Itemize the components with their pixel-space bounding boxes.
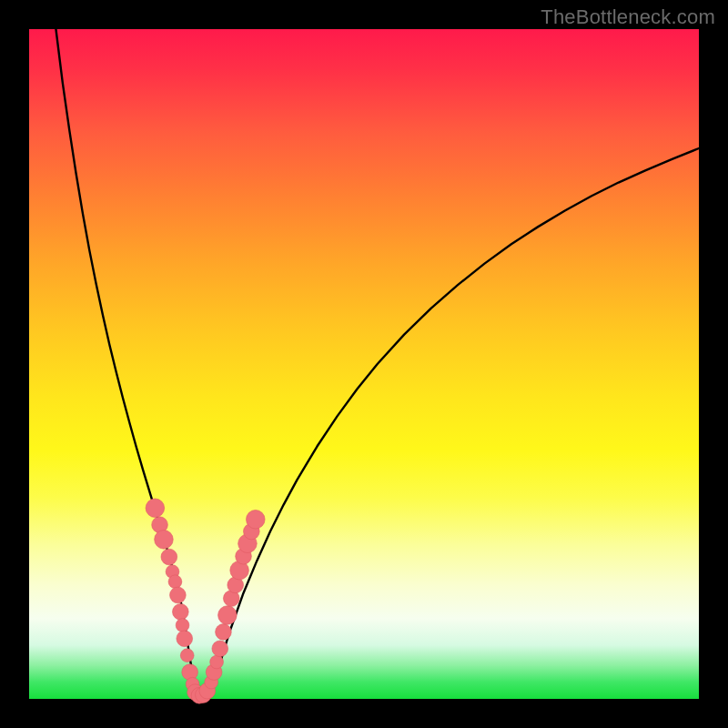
data-marker: [210, 655, 224, 669]
data-marker: [161, 549, 177, 565]
data-marker: [218, 606, 238, 625]
data-marker: [155, 531, 174, 550]
data-marker: [146, 499, 165, 518]
data-marker: [170, 587, 187, 603]
curve-markers: [146, 499, 265, 703]
data-marker: [173, 603, 189, 620]
watermark-text: TheBottleneck.com: [541, 5, 715, 29]
data-marker: [180, 649, 194, 662]
data-marker: [216, 624, 232, 641]
bottleneck-curve-path: [56, 29, 699, 698]
data-marker: [177, 631, 193, 647]
data-marker: [168, 575, 182, 589]
data-marker: [176, 619, 189, 632]
curve-line: [56, 29, 699, 698]
plot-area: [29, 29, 699, 699]
chart-frame: TheBottleneck.com: [0, 0, 728, 728]
chart-svg: [29, 29, 699, 699]
data-marker: [246, 510, 265, 529]
data-marker: [212, 641, 228, 657]
